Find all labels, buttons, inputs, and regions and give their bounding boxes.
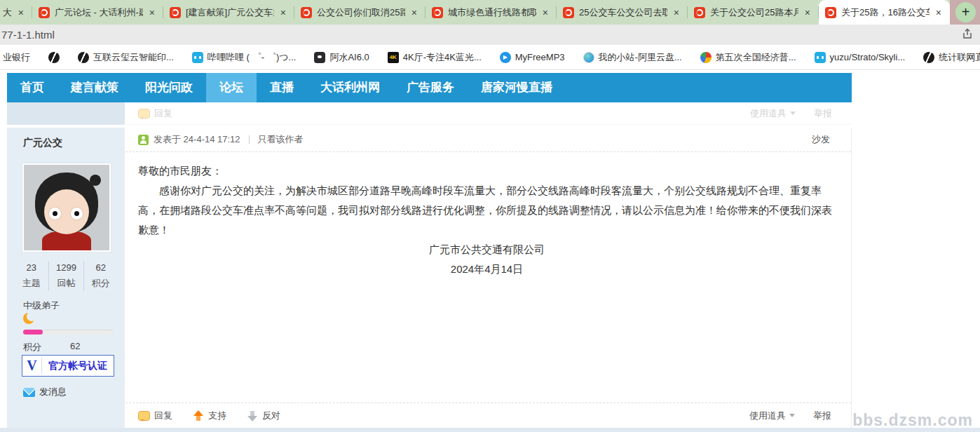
bilibili-icon xyxy=(192,52,203,63)
globe-icon xyxy=(78,52,89,63)
stat-label: 回帖 xyxy=(49,277,83,290)
browser-tab-strip: 大 × 广元论坛 - 大话利州-建 × [建言献策]广元公交车乘 × 公交公司你… xyxy=(0,0,980,25)
send-message-button[interactable]: 发消息 xyxy=(23,386,67,398)
4k-icon: 4K xyxy=(388,52,399,63)
level-progress-fill xyxy=(23,330,43,335)
verified-v-icon: V xyxy=(22,358,42,374)
oppose-label: 反对 xyxy=(262,410,280,422)
only-author-link[interactable]: 只看该作者 xyxy=(258,133,304,146)
browser-tab[interactable]: 城市绿色通行线路都取 × xyxy=(426,0,557,25)
tab-close-icon[interactable]: × xyxy=(540,7,550,18)
badge-label: 官方帐号认证 xyxy=(42,360,114,372)
bookmark-label: 互联云玺云智能印... xyxy=(93,51,174,64)
play-icon: ▶ xyxy=(500,52,511,63)
tab-close-icon[interactable]: × xyxy=(934,7,944,18)
tab-title: [建言献策]广元公交车乘 xyxy=(186,6,274,19)
stat-points: 62 积分 xyxy=(83,261,118,291)
tab-close-icon[interactable]: × xyxy=(16,7,26,18)
chevron-down-icon xyxy=(790,112,796,115)
bookmark-item[interactable]: yuzu/Strato/Skyli... xyxy=(815,52,906,63)
bookmark-item[interactable]: 阿水AI6.0 xyxy=(314,51,369,64)
bilibili-icon xyxy=(815,52,826,63)
forum-favicon-icon xyxy=(563,7,574,18)
nav-item-home[interactable]: 首页 xyxy=(7,73,57,102)
bookmark-item[interactable]: ▶ MyFreeMP3 xyxy=(500,52,565,63)
browser-tab[interactable]: [建言献策]广元公交车乘 × xyxy=(163,0,294,25)
url-text[interactable]: 77-1-1.html xyxy=(0,29,962,41)
bookmark-item[interactable]: 我的小站-阿里云盘... xyxy=(583,51,682,64)
reply-button[interactable]: 回复 xyxy=(138,410,172,422)
oppose-button[interactable]: 反对 xyxy=(247,410,280,422)
bookmark-item[interactable]: 互联云玺云智能印... xyxy=(78,51,174,64)
browser-tab[interactable]: 公交公司你们取消25路 × xyxy=(294,0,426,25)
bookmark-item[interactable]: 哔哩哔哩 ( ゜- ゜)つ... xyxy=(192,51,297,64)
nav-item-dahualizhou[interactable]: 大话利州网 xyxy=(307,73,393,102)
divider xyxy=(249,135,250,144)
tab-title: 大 xyxy=(3,6,12,19)
nav-item-live[interactable]: 直播 xyxy=(257,73,307,102)
reply-icon xyxy=(138,411,150,421)
tab-close-icon[interactable]: × xyxy=(147,7,157,18)
avatar-eye xyxy=(49,208,61,220)
nav-item-tangjiahe[interactable]: 唐家河慢直播 xyxy=(468,73,566,102)
forum-favicon-icon xyxy=(432,7,443,18)
stat-value: 1299 xyxy=(49,262,83,273)
oppose-arrow-icon xyxy=(247,410,258,421)
forum-favicon-icon xyxy=(694,7,705,18)
report-button[interactable]: 举报 xyxy=(813,410,831,422)
previous-post-sidebar xyxy=(7,102,125,125)
post-date: 2024年4月14日 xyxy=(138,259,836,279)
stat-value: 62 xyxy=(84,262,118,273)
support-label: 支持 xyxy=(208,410,226,422)
chat-icon xyxy=(314,52,325,63)
bookmark-item[interactable]: 统计联网直报平台 xyxy=(923,51,980,64)
new-tab-button[interactable]: + xyxy=(955,2,976,22)
report-button[interactable]: 举报 xyxy=(814,107,832,120)
forum-favicon-icon xyxy=(39,7,50,18)
browser-e-icon xyxy=(700,52,712,63)
author-username[interactable]: 广元公交 xyxy=(23,137,62,149)
forum-favicon-icon xyxy=(301,7,312,18)
bookmark-item[interactable] xyxy=(48,52,60,63)
post-paragraph: 感谢你对广元公交的关注，为解决市城区部分道路早晚高峰时段车流量大，部分公交线路高… xyxy=(138,181,836,240)
tab-close-icon[interactable]: × xyxy=(803,7,812,18)
tab-close-icon[interactable]: × xyxy=(409,7,419,18)
support-button[interactable]: 支持 xyxy=(193,410,226,422)
share-icon[interactable] xyxy=(962,28,973,42)
bookmark-item[interactable]: 业银行 xyxy=(3,51,30,64)
official-account-badge[interactable]: V 官方帐号认证 xyxy=(22,355,114,377)
nav-item-forum[interactable]: 论坛 xyxy=(206,73,257,102)
tab-close-icon[interactable]: × xyxy=(278,7,288,18)
bookmark-label: 哔哩哔哩 ( ゜- ゜)つ... xyxy=(207,51,297,64)
forum-page: 首页 建言献策 阳光问政 论坛 直播 大话利州网 广告服务 唐家河慢直播 回复 … xyxy=(0,70,980,432)
score-label: 积分 xyxy=(23,342,41,352)
bookmark-label: 第五次全国经济普... xyxy=(716,51,796,64)
previous-post-footer: 回复 使用道具 举报 xyxy=(7,102,852,125)
previous-post-footer-bar: 回复 使用道具 举报 xyxy=(125,102,852,125)
reply-button[interactable]: 回复 xyxy=(154,107,172,120)
avatar[interactable] xyxy=(22,163,111,252)
nav-item-suggestions[interactable]: 建言献策 xyxy=(57,73,132,102)
browser-tab[interactable]: 关于公交公司25路本月 × xyxy=(688,0,819,25)
browser-tab[interactable]: 25公交车公交公司去取 × xyxy=(557,0,688,25)
address-bar[interactable]: 77-1-1.html xyxy=(0,25,980,45)
browser-tab[interactable]: 大 × xyxy=(0,0,32,25)
post-block: 广元公交 23 主题 1299 回帖 xyxy=(7,128,852,428)
use-tools-button[interactable]: 使用道具 xyxy=(749,410,786,422)
stat-threads: 23 主题 xyxy=(14,261,48,291)
globe-icon xyxy=(48,52,60,63)
bookmark-item[interactable]: 4K 4K厅-专注4K蓝光... xyxy=(388,51,482,64)
nav-item-ads[interactable]: 广告服务 xyxy=(393,73,468,102)
tab-close-icon[interactable]: × xyxy=(672,7,681,18)
next-section-strip xyxy=(0,428,980,432)
site-nav: 首页 建言献策 阳光问政 论坛 直播 大话利州网 广告服务 唐家河慢直播 xyxy=(7,73,852,102)
browser-tab-active[interactable]: 关于25路，16路公交车 × xyxy=(819,0,950,25)
bookmark-item[interactable]: 第五次全国经济普... xyxy=(700,51,796,64)
nav-item-politics[interactable]: 阳光问政 xyxy=(132,73,206,102)
use-tools-button[interactable]: 使用道具 xyxy=(750,107,787,120)
post-company: 广元市公共交通有限公司 xyxy=(138,240,836,259)
site-watermark: bbs.dzsm.com xyxy=(852,411,973,430)
stat-label: 积分 xyxy=(84,277,118,290)
forum-favicon-icon xyxy=(170,7,181,18)
browser-tab[interactable]: 广元论坛 - 大话利州-建 × xyxy=(32,0,163,25)
